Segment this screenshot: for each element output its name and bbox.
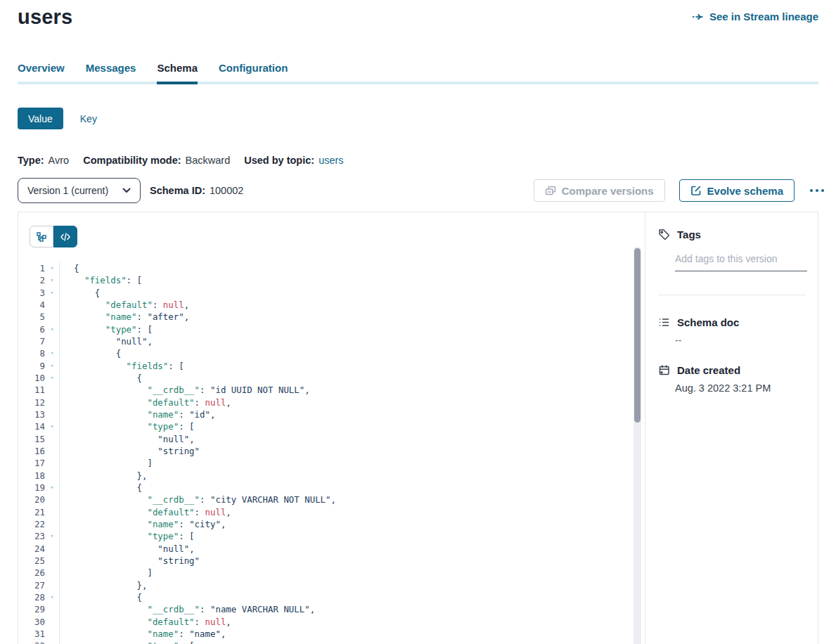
schema-doc-value: -- (675, 335, 681, 346)
code-line: 27 }, (18, 579, 645, 591)
version-select[interactable]: Version 1 (current) (18, 178, 141, 203)
code-text: "fields": [ (59, 274, 645, 286)
line-number: 27 (18, 579, 45, 591)
tab-overview[interactable]: Overview (18, 62, 65, 82)
line-number: 31 (18, 628, 45, 640)
code-text: "type": [ (59, 323, 645, 335)
line-number: 25 (18, 555, 45, 567)
scrollbar-thumb[interactable] (634, 248, 641, 423)
code-line: 21 "default": null, (18, 506, 645, 518)
line-number: 23 (18, 530, 45, 542)
line-number: 24 (18, 543, 45, 555)
fold-spacer (45, 555, 59, 567)
fold-toggle-icon[interactable]: ▾ (45, 323, 59, 335)
schema-id-label: Schema ID: (150, 185, 205, 196)
fold-toggle-icon[interactable]: ▾ (45, 347, 59, 359)
code-text: "name": "id", (59, 408, 645, 420)
fold-spacer (45, 518, 59, 530)
compare-versions-button[interactable]: Compare versions (534, 179, 665, 202)
list-icon (658, 316, 670, 328)
editor-scrollbar[interactable] (634, 247, 641, 644)
line-number: 6 (18, 323, 45, 335)
code-line: 26 ] (18, 567, 645, 579)
fold-spacer (45, 397, 59, 408)
line-number: 11 (18, 384, 45, 396)
code-line: 16 "string" (18, 445, 645, 457)
meta-item: Compatibility mode:Backward (83, 155, 230, 166)
line-number: 19 (18, 482, 45, 494)
tree-view-button[interactable] (30, 226, 53, 247)
tab-messages[interactable]: Messages (86, 62, 136, 82)
schema-id-value: 100002 (210, 185, 243, 196)
more-actions-button[interactable] (809, 186, 825, 195)
date-created-value: Aug. 3 2022 3:21 PM (675, 382, 771, 394)
line-number: 12 (18, 397, 45, 408)
line-number: 8 (18, 347, 45, 359)
line-number: 17 (18, 457, 45, 469)
code-text: "name": "name", (59, 628, 645, 640)
code-text: "null", (59, 543, 645, 555)
see-in-stream-lineage-link[interactable]: See in Stream lineage (692, 11, 818, 22)
line-number: 15 (18, 433, 45, 445)
code-text: { (59, 372, 645, 384)
code-text: { (59, 262, 645, 274)
line-number: 13 (18, 408, 45, 420)
line-number: 30 (18, 616, 45, 628)
schema-meta-row: Type:AvroCompatibility mode:BackwardUsed… (18, 155, 344, 166)
code-line: 8▾ { (18, 347, 645, 359)
key-toggle-button[interactable]: Key (80, 113, 97, 124)
code-line: 22 "name": "city", (18, 518, 645, 530)
code-line: 11 "__crdb__": "id UUID NOT NULL", (18, 384, 645, 396)
date-created-title: Date created (677, 364, 740, 376)
sidebar-divider (658, 295, 806, 295)
line-number: 20 (18, 494, 45, 505)
code-text: { (59, 482, 645, 494)
tabs-row: OverviewMessagesSchemaConfiguration (18, 62, 818, 82)
tab-schema[interactable]: Schema (157, 62, 198, 82)
fold-toggle-icon[interactable]: ▾ (45, 530, 59, 542)
fold-toggle-icon[interactable]: ▾ (45, 420, 59, 432)
code-text: { (59, 591, 645, 603)
code-text: "__crdb__": "id UUID NOT NULL", (59, 384, 645, 396)
meta-item: Type:Avro (18, 155, 69, 166)
code-text: "default": null, (59, 397, 645, 408)
meta-label: Type: (18, 155, 44, 166)
meta-value-link[interactable]: users (319, 155, 343, 166)
code-view-button[interactable] (53, 226, 77, 247)
code-line: 30 "default": null, (18, 616, 645, 628)
code-text: ] (59, 457, 645, 469)
meta-value: Avro (49, 155, 70, 166)
meta-item: Used by topic:users (244, 155, 343, 166)
fold-toggle-icon[interactable]: ▾ (45, 640, 59, 644)
fold-spacer (45, 567, 59, 579)
tag-icon (658, 228, 670, 240)
code-line: 17 ] (18, 457, 645, 469)
fold-spacer (45, 506, 59, 518)
code-view-icon (60, 233, 70, 241)
code-line: 2▾ "fields": [ (18, 274, 645, 286)
fold-spacer (45, 299, 59, 311)
code-line: 25 "string" (18, 555, 645, 567)
code-line: 6▾ "type": [ (18, 323, 645, 335)
fold-toggle-icon[interactable]: ▾ (45, 262, 59, 274)
line-number: 10 (18, 372, 45, 384)
tags-input[interactable] (675, 252, 807, 271)
fold-toggle-icon[interactable]: ▾ (45, 360, 59, 372)
tags-title: Tags (677, 228, 701, 240)
code-text: "__crdb__": "city VARCHAR NOT NULL", (59, 494, 645, 505)
fold-toggle-icon[interactable]: ▾ (45, 591, 59, 603)
fold-toggle-icon[interactable]: ▾ (45, 274, 59, 286)
fold-toggle-icon[interactable]: ▾ (45, 482, 59, 494)
fold-toggle-icon[interactable]: ▾ (45, 372, 59, 384)
line-number: 18 (18, 470, 45, 482)
code-line: 10▾ { (18, 372, 645, 384)
fold-toggle-icon[interactable]: ▾ (45, 287, 59, 299)
value-toggle-button[interactable]: Value (18, 108, 63, 129)
code-text: "null", (59, 335, 645, 347)
tab-configuration[interactable]: Configuration (219, 62, 288, 82)
code-text: }, (59, 579, 645, 591)
evolve-schema-button[interactable]: Evolve schema (679, 179, 795, 202)
code-line: 31 "name": "name", (18, 628, 645, 640)
schema-doc-header: Schema doc (658, 316, 739, 328)
stream-lineage-icon (692, 11, 704, 22)
